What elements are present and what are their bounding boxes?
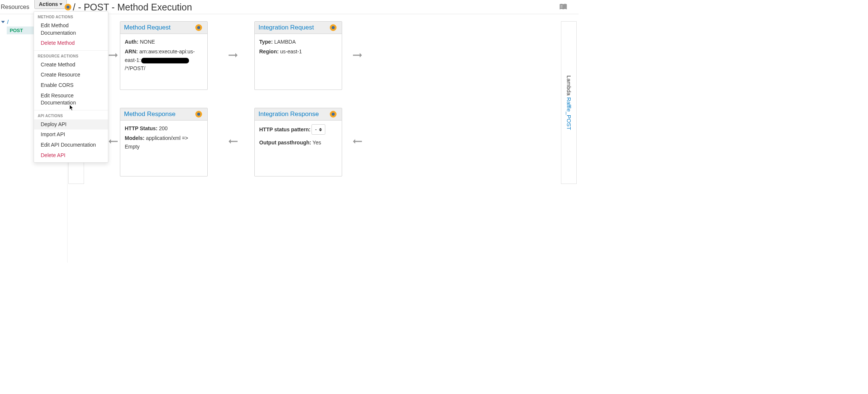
menu-edit-method-documentation[interactable]: Edit Method Documentation xyxy=(34,21,108,38)
arrow-left-icon xyxy=(109,139,118,144)
svg-marker-10 xyxy=(109,139,111,144)
documentation-icon[interactable] xyxy=(559,4,567,10)
arn-label: ARN: xyxy=(125,49,138,54)
caret-down-icon xyxy=(59,3,62,5)
lambda-box[interactable]: Lambda Raffle_POST xyxy=(561,21,577,184)
svg-marker-14 xyxy=(353,139,355,144)
http-status-value: 200 xyxy=(159,125,168,131)
menu-import-api[interactable]: Import API xyxy=(34,129,108,140)
select-arrows-icon xyxy=(319,128,322,131)
lambda-prefix: Lambda xyxy=(566,75,572,97)
menu-deploy-api[interactable]: Deploy API xyxy=(34,119,108,130)
dropdown-section-resource: RESOURCE ACTIONS xyxy=(34,53,108,60)
dropdown-section-api: API ACTIONS xyxy=(34,112,108,119)
pattern-select[interactable]: - xyxy=(311,124,325,135)
arrow-left-icon xyxy=(229,139,238,144)
passthrough-label: Output passthrough: xyxy=(259,140,311,146)
http-status-label: HTTP Status: xyxy=(125,125,158,131)
status-dot-icon xyxy=(195,24,202,31)
arrow-right-icon xyxy=(109,53,118,58)
type-label: Type: xyxy=(259,39,273,45)
status-dot-icon xyxy=(330,111,337,118)
tree-root-label: / xyxy=(7,19,9,25)
integration-response-card[interactable]: Integration Response HTTP status pattern… xyxy=(254,108,342,176)
actions-button-label: Actions xyxy=(39,1,58,7)
passthrough-value: Yes xyxy=(313,140,321,146)
redacted-arn xyxy=(141,58,189,63)
menu-delete-method[interactable]: Delete Method xyxy=(34,38,108,49)
arrow-left-icon xyxy=(353,139,362,144)
collapse-icon xyxy=(1,21,5,23)
svg-marker-4 xyxy=(115,53,118,57)
auth-value: NONE xyxy=(140,39,155,45)
menu-create-resource[interactable]: Create Resource xyxy=(34,70,108,80)
type-value: LAMBDA xyxy=(274,39,296,45)
dropdown-divider xyxy=(34,50,108,51)
integration-request-card[interactable]: Integration Request Type: LAMBDA Region:… xyxy=(254,21,342,90)
status-dot-icon xyxy=(195,111,202,118)
status-dot-icon xyxy=(65,4,71,10)
method-request-card[interactable]: Method Request Auth: NONE ARN: arn:aws:e… xyxy=(120,21,208,90)
svg-marker-6 xyxy=(235,53,238,57)
lambda-link[interactable]: Lambda Raffle_POST xyxy=(566,75,572,130)
integration-request-title: Integration Request xyxy=(258,24,314,31)
arn-suffix: /*/POST/ xyxy=(125,65,145,71)
dropdown-section-method: METHOD ACTIONS xyxy=(34,13,108,21)
svg-marker-8 xyxy=(360,53,362,57)
cursor-icon xyxy=(69,104,74,111)
method-response-card[interactable]: Method Response HTTP Status: 200 Models:… xyxy=(120,108,208,176)
auth-label: Auth: xyxy=(125,39,139,45)
integration-response-title: Integration Response xyxy=(258,110,319,118)
region-label: Region: xyxy=(259,49,279,54)
status-dot-icon xyxy=(330,24,337,31)
actions-dropdown: METHOD ACTIONS Edit Method Documentation… xyxy=(34,11,108,163)
svg-marker-12 xyxy=(229,139,231,144)
method-response-title: Method Response xyxy=(124,110,176,118)
arrow-right-icon xyxy=(229,53,238,58)
menu-edit-api-documentation[interactable]: Edit API Documentation xyxy=(34,140,108,150)
menu-delete-api[interactable]: Delete API xyxy=(34,150,108,161)
pattern-value: - xyxy=(315,125,317,134)
actions-button[interactable]: Actions xyxy=(34,0,67,9)
pattern-label: HTTP status pattern: xyxy=(259,125,310,134)
method-request-title: Method Request xyxy=(124,24,171,31)
arrow-right-icon xyxy=(353,53,362,58)
lambda-name: Raffle_POST xyxy=(566,97,572,130)
models-label: Models: xyxy=(125,135,145,141)
region-value: us-east-1 xyxy=(280,49,302,54)
menu-create-method[interactable]: Create Method xyxy=(34,60,108,70)
menu-enable-cors[interactable]: Enable CORS xyxy=(34,80,108,91)
